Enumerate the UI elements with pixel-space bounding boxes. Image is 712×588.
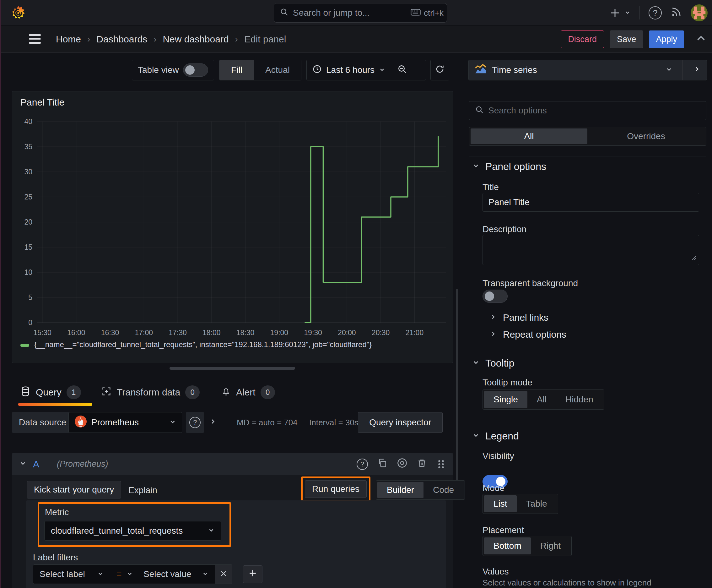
- legend-table-option[interactable]: Table: [517, 495, 557, 512]
- tooltip-section-header[interactable]: Tooltip: [472, 357, 515, 369]
- query-datasource-hint: (Prometheus): [57, 459, 108, 469]
- top-bar: ctrl+k ?: [0, 0, 712, 26]
- transparent-background-toggle[interactable]: [482, 290, 508, 303]
- tooltip-hidden-option[interactable]: Hidden: [556, 391, 603, 408]
- resize-handle-icon[interactable]: [691, 253, 697, 263]
- svg-text:20:30: 20:30: [372, 329, 390, 337]
- timeseries-chart[interactable]: 15:3016:0016:3017:0017:3018:0018:3019:00…: [17, 117, 449, 339]
- datasource-picker[interactable]: Prometheus: [68, 412, 182, 433]
- delete-query-button[interactable]: [417, 458, 427, 470]
- legend-list-option[interactable]: List: [484, 495, 517, 512]
- nav-bar: Home › Dashboards › New dashboard › Edit…: [0, 26, 712, 53]
- breadcrumb-separator: ›: [235, 34, 238, 44]
- discard-button[interactable]: Discard: [561, 30, 604, 48]
- tooltip-all-option[interactable]: All: [527, 391, 556, 408]
- grafana-logo-icon[interactable]: [11, 5, 26, 23]
- kick-start-query-button[interactable]: Kick start your query: [27, 481, 121, 499]
- visualization-picker: Time series: [468, 60, 707, 80]
- duplicate-query-button[interactable]: [377, 458, 387, 470]
- news-button[interactable]: [671, 6, 682, 20]
- visualization-select[interactable]: Time series: [469, 60, 678, 80]
- rss-icon: [671, 6, 682, 20]
- datasource-help-button[interactable]: ?: [186, 412, 204, 433]
- actual-option[interactable]: Actual: [254, 60, 301, 80]
- legend-item[interactable]: {__name__="cloudflared_tunnel_total_requ…: [20, 340, 372, 349]
- tab-all[interactable]: All: [471, 128, 587, 144]
- chevron-down-icon: [379, 65, 385, 75]
- tooltip-title: Tooltip: [486, 357, 515, 369]
- global-search[interactable]: ctrl+k: [274, 3, 447, 23]
- legend-title: Legend: [486, 430, 519, 442]
- time-range-picker[interactable]: Last 6 hours: [307, 60, 391, 80]
- metric-value: cloudflared_tunnel_total_requests: [51, 526, 203, 536]
- tooltip-single-option[interactable]: Single: [484, 391, 527, 408]
- zoom-out-button[interactable]: [391, 60, 413, 80]
- breadcrumb-home[interactable]: Home: [56, 34, 81, 45]
- tab-query[interactable]: Query 1: [20, 378, 81, 406]
- operator-dropdown[interactable]: =: [110, 564, 137, 584]
- panel-links-section[interactable]: Panel links: [490, 312, 548, 323]
- builder-option[interactable]: Builder: [377, 482, 424, 498]
- active-tab-indicator: [18, 403, 92, 406]
- legend-section-header[interactable]: Legend: [472, 430, 519, 442]
- search-input[interactable]: [293, 8, 406, 18]
- tab-query-label: Query: [36, 387, 62, 398]
- panel-title-field[interactable]: Panel Title: [482, 193, 699, 212]
- legend-placement-label: Placement: [482, 525, 524, 535]
- run-queries-button[interactable]: Run queries: [305, 480, 367, 498]
- tab-alert[interactable]: Alert 0: [221, 378, 275, 406]
- add-menu-button[interactable]: [609, 7, 631, 19]
- add-filter-button[interactable]: [243, 565, 262, 583]
- user-avatar[interactable]: [691, 4, 708, 21]
- apply-button[interactable]: Apply: [649, 30, 684, 48]
- repeat-options-section[interactable]: Repeat options: [490, 329, 566, 340]
- drag-handle-icon[interactable]: [436, 459, 446, 469]
- collapse-options-button[interactable]: [696, 33, 706, 46]
- chevron-down-icon: [472, 162, 480, 172]
- remove-filter-button[interactable]: [215, 564, 232, 584]
- placement-right-option[interactable]: Right: [531, 538, 570, 554]
- toggle-viz-pane-button[interactable]: [687, 60, 707, 80]
- options-search-input[interactable]: [488, 106, 700, 115]
- menu-icon[interactable]: [29, 34, 41, 44]
- panel-preview: Panel Title 15:3016:0016:3017:0017:3018:…: [12, 91, 453, 363]
- label-filters-row: Select label = Select value: [33, 564, 262, 584]
- description-label: Description: [482, 224, 526, 234]
- breadcrumb-new-dashboard[interactable]: New dashboard: [163, 34, 229, 45]
- query-row-header[interactable]: A (Prometheus) ?: [12, 453, 453, 475]
- breadcrumb-dashboards[interactable]: Dashboards: [96, 34, 147, 45]
- tab-overrides[interactable]: Overrides: [587, 128, 705, 144]
- svg-text:19:00: 19:00: [270, 329, 288, 337]
- panel-options-header[interactable]: Panel options: [472, 161, 546, 172]
- svg-text:19:30: 19:30: [304, 329, 322, 337]
- chevron-down-icon: [472, 358, 480, 369]
- expand-options-button[interactable]: [209, 412, 217, 433]
- select-value-dropdown[interactable]: Select value: [137, 564, 215, 584]
- transform-icon: [101, 386, 112, 399]
- metric-select[interactable]: cloudflared_tunnel_total_requests: [44, 521, 221, 541]
- legend-values-label: Values: [482, 567, 509, 577]
- table-view-label: Table view: [138, 65, 179, 75]
- top-actions: ?: [609, 0, 708, 26]
- query-row-actions: ?: [357, 458, 446, 470]
- options-search[interactable]: [469, 101, 706, 120]
- eye-icon: [397, 458, 408, 470]
- table-view-toggle[interactable]: [183, 63, 208, 77]
- help-button[interactable]: ?: [649, 6, 662, 19]
- pane-resize-handle[interactable]: [170, 367, 295, 370]
- query-inspector-button[interactable]: Query inspector: [358, 412, 443, 433]
- svg-text:35: 35: [24, 143, 33, 151]
- code-option[interactable]: Code: [424, 482, 463, 498]
- refresh-button[interactable]: [430, 60, 449, 80]
- datasource-value: Prometheus: [91, 417, 165, 427]
- placement-bottom-option[interactable]: Bottom: [484, 538, 531, 554]
- timeseries-icon: [474, 63, 487, 78]
- save-button[interactable]: Save: [610, 30, 644, 48]
- query-help-button[interactable]: ?: [357, 459, 368, 470]
- description-textarea[interactable]: [482, 235, 699, 265]
- toggle-visibility-button[interactable]: [397, 458, 408, 470]
- tab-transform[interactable]: Transform data 0: [101, 378, 200, 406]
- fill-option[interactable]: Fill: [219, 60, 254, 80]
- select-label-dropdown[interactable]: Select label: [33, 564, 110, 584]
- alert-count-badge: 0: [261, 385, 275, 399]
